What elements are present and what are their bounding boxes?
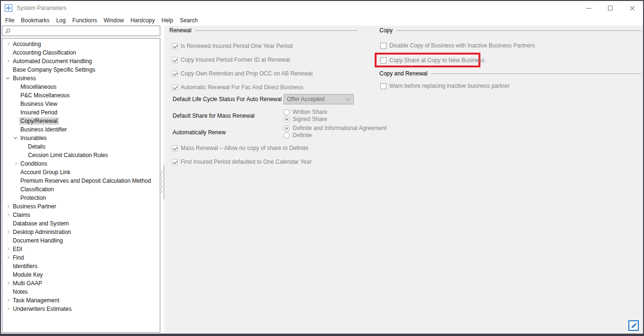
- tree-item-label[interactable]: Document Handling: [11, 237, 64, 244]
- tree-item[interactable]: Copy/Renewal: [2, 117, 160, 125]
- tree-item-label[interactable]: Desktop Administration: [11, 228, 73, 236]
- tree-item-label[interactable]: Cession Limit Calculation Rules: [27, 151, 110, 159]
- tree-item-label[interactable]: Task Management: [11, 297, 61, 304]
- tree-item-label[interactable]: Protection: [19, 194, 47, 202]
- menu-item-functions[interactable]: Functions: [69, 17, 100, 24]
- chevron-down-icon[interactable]: [4, 74, 11, 83]
- minimize-button[interactable]: [578, 1, 599, 15]
- tree-item-label[interactable]: Business View: [19, 100, 59, 108]
- splitter-handle[interactable]: [159, 171, 162, 193]
- tree-item-label[interactable]: Classification: [19, 186, 55, 193]
- tree-item-label[interactable]: Base Company Specific Settings: [11, 66, 97, 74]
- tree-item[interactable]: Insurables: [2, 134, 160, 142]
- tree-item[interactable]: Find: [2, 253, 160, 262]
- tree-item[interactable]: Base Company Specific Settings: [2, 65, 160, 74]
- tree-item-label[interactable]: Account Group Link: [19, 168, 72, 176]
- menu-item-file[interactable]: File: [2, 17, 18, 24]
- tree-item-label[interactable]: Identifiers: [11, 262, 39, 270]
- tree-item[interactable]: Multi GAAP: [2, 279, 160, 288]
- tree-item[interactable]: Protection: [2, 194, 160, 202]
- tree-item-label[interactable]: Insured Period: [19, 109, 59, 116]
- tree-item[interactable]: Business View: [2, 100, 160, 108]
- tree-item[interactable]: Accounting Classification: [2, 48, 160, 57]
- tree-item-label[interactable]: Business Identifier: [19, 126, 68, 133]
- checkbox[interactable]: [172, 71, 178, 77]
- tree-item-label[interactable]: Module Key: [11, 271, 44, 279]
- menu-item-window[interactable]: Window: [100, 17, 127, 24]
- life-cycle-dropdown[interactable]: Offer Accepted: [284, 94, 354, 104]
- tree-item[interactable]: Miscellaneous: [2, 83, 160, 91]
- tree-item[interactable]: Premium Reserves and Deposit Calculation…: [2, 177, 160, 185]
- menu-item-search[interactable]: Search: [176, 17, 201, 24]
- tree-item-label[interactable]: EDI: [11, 245, 24, 253]
- menu-item-hardcopy[interactable]: Hardcopy: [127, 17, 158, 24]
- chevron-right-icon[interactable]: [4, 40, 11, 48]
- checkbox[interactable]: [172, 84, 178, 91]
- tree-item-label[interactable]: Copy/Renewal: [19, 117, 59, 125]
- tree-item-label[interactable]: Business Partner: [11, 203, 57, 210]
- chevron-right-icon[interactable]: [4, 305, 11, 313]
- radio-button[interactable]: [284, 116, 290, 122]
- checkbox[interactable]: [172, 159, 178, 165]
- checkbox[interactable]: [380, 57, 386, 64]
- checkbox[interactable]: [172, 57, 178, 63]
- tree-item[interactable]: Identifiers: [2, 262, 160, 271]
- tree-item-label[interactable]: Claims: [11, 211, 32, 219]
- tree-item[interactable]: Accounting: [2, 40, 160, 48]
- chevron-right-icon[interactable]: [4, 279, 11, 288]
- tree-item-label[interactable]: Insurables: [19, 134, 48, 142]
- tree-item-label[interactable]: Conditions: [19, 160, 49, 168]
- checkbox[interactable]: [380, 83, 386, 89]
- tree-item[interactable]: Business Partner: [2, 202, 160, 211]
- tree-item[interactable]: P&C Miscellaneous: [2, 91, 160, 100]
- tree-item[interactable]: Conditions: [2, 159, 160, 168]
- chevron-right-icon[interactable]: [4, 245, 11, 253]
- tree-item-label[interactable]: Find: [11, 254, 25, 261]
- tree-item[interactable]: Database and System: [2, 219, 160, 228]
- checkbox[interactable]: [380, 43, 386, 49]
- tree-item-label[interactable]: Miscellaneous: [19, 83, 58, 91]
- tree-item-label[interactable]: Notes: [11, 288, 29, 296]
- chevron-right-icon[interactable]: [4, 211, 11, 219]
- tree-item-label[interactable]: Premium Reserves and Deposit Calculation…: [19, 177, 152, 185]
- chevron-right-icon[interactable]: [12, 159, 19, 168]
- tree-item[interactable]: Notes: [2, 288, 160, 296]
- menu-item-log[interactable]: Log: [53, 17, 69, 24]
- tree-item[interactable]: Cession Limit Calculation Rules: [2, 151, 160, 159]
- tree-item-label[interactable]: Accounting: [11, 40, 42, 48]
- checkbox[interactable]: [172, 43, 178, 49]
- radio-button[interactable]: [284, 132, 290, 139]
- maximize-button[interactable]: [599, 1, 621, 15]
- tree-item[interactable]: Document Handling: [2, 236, 160, 245]
- menu-item-bookmarks[interactable]: Bookmarks: [18, 17, 53, 24]
- tree-item[interactable]: Business Identifier: [2, 125, 160, 134]
- tree-item-label[interactable]: P&C Miscellaneous: [19, 92, 71, 99]
- checkbox[interactable]: [172, 145, 178, 151]
- search-input[interactable]: [11, 27, 160, 35]
- tree-item[interactable]: Classification: [2, 185, 160, 194]
- chevron-down-icon[interactable]: [12, 134, 19, 142]
- tree-item-label[interactable]: Automated Document Handling: [11, 57, 93, 65]
- radio-button[interactable]: [284, 109, 290, 115]
- radio-button[interactable]: [284, 125, 290, 131]
- tree-item[interactable]: Underwriters Estimates: [2, 305, 160, 313]
- close-button[interactable]: [621, 1, 643, 15]
- tree-item-label[interactable]: Database and System: [11, 220, 70, 227]
- chevron-right-icon[interactable]: [4, 57, 11, 65]
- tree-item[interactable]: Details: [2, 142, 160, 151]
- menu-item-help[interactable]: Help: [158, 17, 176, 24]
- tree-item-label[interactable]: Business: [11, 75, 37, 82]
- tree-item[interactable]: Insured Period: [2, 108, 160, 117]
- edit-button[interactable]: [628, 320, 639, 331]
- chevron-right-icon[interactable]: [4, 296, 11, 305]
- tree-item[interactable]: Automated Document Handling: [2, 57, 160, 65]
- tree-item[interactable]: Task Management: [2, 296, 160, 305]
- chevron-right-icon[interactable]: [4, 228, 11, 236]
- tree-item-label[interactable]: Underwriters Estimates: [11, 305, 73, 313]
- tree-item-label[interactable]: Multi GAAP: [11, 280, 44, 287]
- tree-item[interactable]: Claims: [2, 211, 160, 219]
- tree-item[interactable]: Account Group Link: [2, 168, 160, 177]
- tree-item[interactable]: Module Key: [2, 271, 160, 279]
- tree-item[interactable]: Desktop Administration: [2, 228, 160, 236]
- tree-item[interactable]: EDI: [2, 245, 160, 253]
